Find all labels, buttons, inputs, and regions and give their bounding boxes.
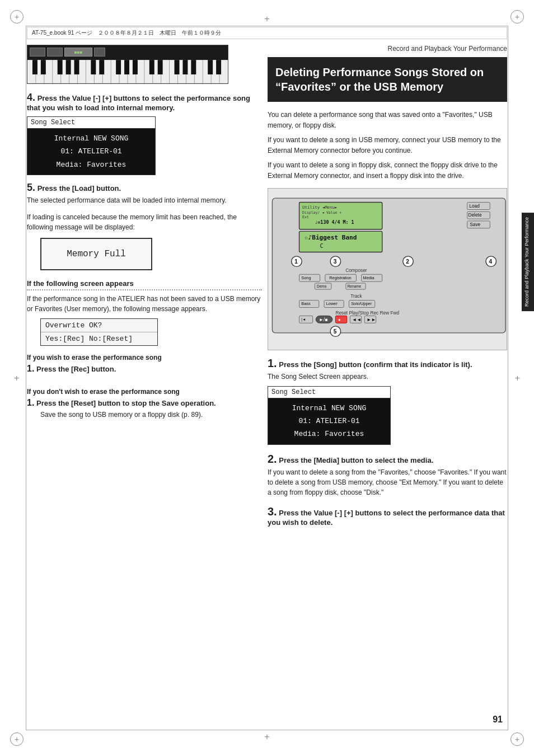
svg-rect-39 (208, 60, 213, 74)
overwrite-line2: Yes:[Rec] No:[Reset] (41, 332, 157, 345)
svg-rect-40 (216, 60, 221, 74)
song-select-line3: Media: Favorites (31, 158, 152, 171)
svg-rect-32 (124, 60, 129, 74)
rc-song-select-line3: Media: Favorites (271, 428, 387, 440)
kb-ctrl3 (94, 48, 105, 57)
svg-text:Load: Load (469, 203, 480, 208)
rc-song-select-line1: Internal NEW SONG (271, 402, 387, 415)
svg-text:Track: Track (350, 293, 362, 298)
memory-full-box: Memory Full (40, 238, 152, 270)
svg-text:Media: Media (363, 275, 374, 280)
step4-title: Press the Value [-] [+] buttons to selec… (27, 94, 250, 112)
svg-rect-30 (99, 60, 104, 74)
step5-num: 5. (27, 182, 35, 193)
header-text: AT-75_e.book 91 ページ ２００８年８月２１日 木曜日 午前１０時… (32, 29, 221, 37)
rc-step3: 3. Press the Value [-] [+] buttons to se… (268, 505, 507, 527)
svg-text:♩=130 4/4 M: 1: ♩=130 4/4 M: 1 (315, 219, 354, 225)
kb-display-text: ■■■ (74, 50, 83, 55)
svg-text:5: 5 (334, 328, 337, 334)
note-loading: If loading is canceled because the memor… (27, 212, 262, 232)
svg-text:Demo: Demo (317, 284, 327, 288)
step4: 4. Press the Value [-] [+] buttons to se… (27, 92, 262, 175)
header-bar: AT-75_e.book 91 ページ ２００８年８月２１日 木曜日 午前１０時… (27, 27, 507, 39)
song-select-line2: 01: ATELIER-01 (31, 145, 152, 158)
svg-rect-37 (182, 60, 188, 74)
kb-ctrl1 (30, 48, 45, 57)
song-select-header: Song Select (27, 117, 155, 129)
section-if-screen: If the following screen appears (27, 279, 262, 290)
no-erase-step1-num: 1. (27, 398, 34, 407)
rc-step3-num: 3. (268, 505, 277, 518)
svg-rect-26 (58, 60, 63, 74)
svg-text:3: 3 (334, 258, 337, 264)
rc-step2-num: 2. (268, 453, 277, 465)
svg-text:Song: Song (301, 275, 311, 280)
rc-step1: 1. Press the [Song] button (confirm that… (268, 357, 507, 445)
svg-text:☆♪Biggest Band: ☆♪Biggest Band (305, 234, 357, 241)
svg-text:Save: Save (470, 222, 480, 227)
memory-full-text: Memory Full (67, 249, 126, 259)
song-select-line1: Internal NEW SONG (31, 132, 152, 145)
rc-step1-title: Press the [Song] button (confirm that it… (279, 360, 472, 369)
top-right-label: Record and Playback Your Performance (268, 45, 507, 53)
svg-rect-87 (335, 316, 346, 323)
main-content: ■■■ (27, 45, 507, 729)
svg-rect-35 (158, 60, 163, 74)
rc-step3-title: Press the Value [-] [+] buttons to selec… (268, 509, 505, 527)
song-select-body: Internal NEW SONG 01: ATELIER-01 Media: … (27, 129, 155, 175)
rc-step1-body: The Song Select Screen appears. (268, 372, 507, 382)
device-svg: Utility ◄Menu► Display/ ◄ Value + Ext ♩=… (268, 189, 507, 350)
kb-ctrl2 (47, 48, 63, 57)
cross-left: + (14, 373, 19, 383)
right-column: Record and Playback Your Performance Del… (268, 45, 507, 729)
svg-rect-29 (91, 60, 96, 74)
svg-text:Ext: Ext (302, 215, 309, 219)
page-border-bottom (26, 730, 508, 730)
svg-text:C: C (320, 243, 324, 249)
erase-label: If you wish to erase the performance son… (27, 354, 262, 361)
keyboard-image: ■■■ (27, 45, 228, 84)
svg-text:►►: ►► (367, 316, 376, 322)
svg-rect-36 (175, 60, 180, 74)
svg-rect-27 (66, 60, 71, 74)
svg-text:Rename: Rename (348, 284, 362, 288)
svg-rect-34 (149, 60, 154, 74)
reg-mark-tr (510, 10, 524, 24)
rc-song-select-header: Song Select (268, 387, 390, 398)
rc-song-select-body: Internal NEW SONG 01: ATELIER-01 Media: … (268, 398, 390, 444)
svg-text:Utility  ◄Menu►: Utility ◄Menu► (302, 204, 338, 209)
section-if-body: If the performance song in the ATELIER h… (27, 294, 262, 314)
svg-text:Reset  Play/Stop  Rec  Rew  Fw: Reset Play/Stop Rec Rew Fwd (335, 309, 399, 315)
svg-text:Display/   ◄ Value +: Display/ ◄ Value + (302, 210, 341, 214)
svg-text:Registration: Registration (329, 275, 351, 280)
kb-display: ■■■ (64, 48, 92, 57)
left-column: ■■■ (27, 45, 262, 729)
svg-text:Bass: Bass (301, 300, 311, 306)
no-erase-label: If you don't wish to erase the performan… (27, 388, 262, 396)
svg-text:Delete: Delete (468, 212, 481, 218)
rc-step2: 2. Press the [Media] button to select th… (268, 453, 507, 497)
page-border-right (508, 26, 508, 730)
svg-text:●: ● (338, 317, 340, 322)
svg-rect-25 (41, 60, 46, 74)
svg-text:4: 4 (489, 258, 493, 264)
svg-text:1: 1 (294, 258, 298, 264)
cross-bottom: + (264, 732, 269, 742)
reg-mark-br (510, 732, 524, 746)
kb-left-controls: ■■■ (30, 48, 105, 57)
page-border-left (26, 26, 26, 730)
kb-keys (27, 60, 228, 83)
svg-rect-31 (116, 60, 121, 74)
step5-body: The selected performance data will be lo… (27, 195, 262, 205)
step4-song-select: Song Select Internal NEW SONG 01: ATELIE… (27, 116, 156, 175)
svg-text:►/■: ►/■ (319, 316, 328, 322)
reg-mark-tl (10, 10, 24, 24)
right-side-tab: Record and Playback Your Performance (522, 213, 534, 311)
step5-title: Press the [Load] button. (38, 184, 121, 192)
rc-step1-num: 1. (268, 357, 277, 369)
svg-rect-33 (133, 60, 138, 74)
kb-keys-svg (27, 60, 228, 83)
cross-right: + (515, 373, 520, 383)
cross-top: + (264, 14, 269, 24)
right-body3: If you want to delete a song in floppy d… (268, 160, 507, 181)
